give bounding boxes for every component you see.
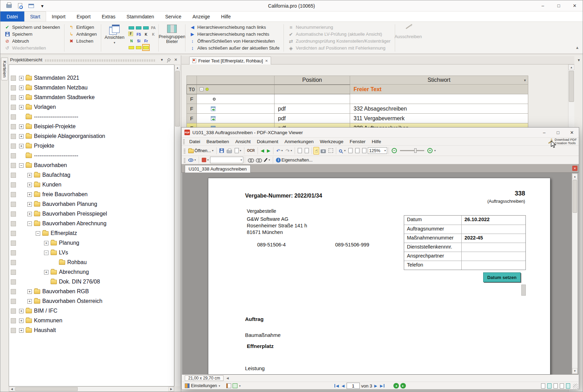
tree-item-label[interactable]: Haushalt <box>34 327 56 333</box>
row-box[interactable] <box>11 299 16 304</box>
filter-dropdown-icon[interactable]: ▼ <box>523 79 527 82</box>
expander-icon[interactable]: + <box>27 202 32 207</box>
tab-start[interactable]: Start <box>24 11 46 21</box>
row-type-cell[interactable]: F <box>186 104 197 114</box>
tree-item-label[interactable]: Kunden <box>42 182 61 188</box>
tree-item[interactable]: +BIM / IFC <box>9 306 174 316</box>
toolbar-handle[interactable] <box>183 139 185 144</box>
close-button[interactable]: ✕ <box>567 0 583 11</box>
save-button[interactable] <box>218 147 225 155</box>
tree-item-label[interactable]: Stammdaten 2021 <box>34 75 79 81</box>
row-box[interactable] <box>11 192 16 197</box>
tree-item-label[interactable]: Vorlagen <box>34 104 56 110</box>
tab-extras[interactable]: Extras <box>96 11 121 21</box>
stichwort-cell[interactable] <box>350 94 528 104</box>
row-box[interactable] <box>11 211 16 217</box>
attach-button[interactable] <box>254 156 262 164</box>
pdf-vertical-scrollbar[interactable]: ▲ ▼ <box>572 173 578 374</box>
position-cell[interactable]: pdf <box>275 114 350 123</box>
tree-item[interactable]: −Bauvorhaben Abrechnung <box>9 219 174 228</box>
pdf-menu-hilfe[interactable]: Hilfe <box>369 139 384 144</box>
tree-item-label[interactable]: Planung <box>59 240 79 246</box>
zoom-in-button[interactable]: + <box>426 147 434 155</box>
row-type-cell[interactable]: F <box>186 114 197 123</box>
stichwort-cell[interactable]: Freier Text <box>350 85 528 94</box>
zoom-slider-thumb[interactable] <box>414 148 417 153</box>
row-box[interactable] <box>11 221 16 226</box>
tab-list-dropdown-icon[interactable]: ▼ <box>576 57 582 63</box>
pdf-menu-datei[interactable]: Datei <box>186 139 203 144</box>
expander-icon[interactable]: + <box>27 299 32 304</box>
tree-item-label[interactable]: ------------------------ <box>34 153 78 159</box>
expander-icon[interactable]: + <box>19 134 24 139</box>
scroll-up-icon[interactable]: ▲ <box>175 65 180 70</box>
row-box[interactable] <box>11 270 16 275</box>
row-box[interactable] <box>11 279 16 285</box>
go-back-button[interactable]: ◀ <box>259 147 266 155</box>
speichern-und-beenden-button[interactable]: ✔Speichern und beenden <box>3 24 61 31</box>
tree-item-label[interactable]: Kommunen <box>34 317 62 324</box>
neunummerierung-button[interactable]: ≡Neunummerierung <box>287 24 392 31</box>
position-cell[interactable]: pdf <box>275 104 350 114</box>
row-box[interactable] <box>11 153 16 158</box>
tab-hilfe[interactable]: Hilfe <box>216 11 236 21</box>
tree-item[interactable]: +Bauvorhaben Preisspiegel <box>9 209 174 219</box>
tree-item[interactable]: +Haushalt <box>9 325 174 335</box>
stichwort-cell[interactable]: 332 Absageschreiben <box>350 104 528 114</box>
expander-icon[interactable]: + <box>27 289 32 294</box>
view-shortcut[interactable]: Si <box>136 38 142 44</box>
tree-item[interactable]: −Effnerplatz <box>9 228 174 238</box>
pdf-document-tab[interactable]: U101_338 Auftragsschreiben <box>185 165 251 173</box>
tree-item-label[interactable]: BIM / IFC <box>34 308 58 314</box>
hierarchiestufen-button[interactable]: ↕Öffnen/Schließen von Hierarchiestufen <box>188 38 281 44</box>
tree-item-label[interactable]: Bauvorhaben Österreich <box>42 298 102 304</box>
tree-item-label[interactable]: Bauvorhaben <box>34 162 67 168</box>
print-button[interactable] <box>225 147 233 155</box>
history-forward-icon[interactable]: ► <box>400 383 406 389</box>
zoom-out-button[interactable]: − <box>390 147 398 155</box>
expander-icon[interactable]: − <box>27 221 32 226</box>
view-shortcut[interactable] <box>128 25 134 31</box>
tree-item[interactable]: +Abrechnung <box>9 267 174 277</box>
row-box[interactable] <box>11 231 16 236</box>
last-page-icon[interactable]: ▶ <box>379 384 384 387</box>
row-box[interactable] <box>11 134 16 139</box>
fit-width-button[interactable] <box>354 147 361 155</box>
tree-item-label[interactable]: Beispiel-Projekte <box>34 123 76 130</box>
expander-icon[interactable]: + <box>27 173 32 177</box>
pdf-maximize-button[interactable]: □ <box>551 128 565 137</box>
link-button[interactable] <box>246 156 254 164</box>
scroll-left-icon[interactable]: ◀ <box>9 387 15 391</box>
scroll-up-icon[interactable]: ▲ <box>572 174 577 179</box>
pdf-minimize-button[interactable]: – <box>537 128 551 137</box>
table-row[interactable]: F pdf 332 Absageschreiben <box>186 104 528 114</box>
table-row[interactable]: T0 − Freier Text <box>186 85 528 94</box>
tree-item[interactable]: +Baufachtag <box>9 170 174 180</box>
row-box[interactable] <box>11 76 16 81</box>
go-forward-button[interactable]: ▶ <box>266 147 272 155</box>
tree-item-label[interactable]: Baufachtag <box>42 172 70 178</box>
resize-grip[interactable] <box>573 384 578 389</box>
tree-item-label[interactable]: Rohbau <box>67 259 87 265</box>
tree-item[interactable]: +Planung <box>9 238 174 248</box>
view-shortcut[interactable]: PA <box>150 25 156 31</box>
read-mode-button[interactable]: ▾ <box>187 156 197 164</box>
row-box[interactable] <box>11 124 16 129</box>
scrollbar-thumb[interactable] <box>175 71 180 127</box>
pdf-menu-anmerkungen[interactable]: Anmerkungen <box>281 139 317 144</box>
tree-item[interactable]: +Bauvorhaben Österreich <box>9 296 174 306</box>
view-shortcut[interactable]: K <box>150 32 156 37</box>
tree-item[interactable]: +Stammdaten Stadtwerke <box>9 93 174 102</box>
table-row[interactable]: F pdf 311 Vergabevermerk <box>186 114 528 123</box>
undo-button[interactable]: ↶▾ <box>275 147 284 155</box>
expander-icon[interactable]: − <box>19 163 24 168</box>
fit-visible-button[interactable] <box>361 147 368 155</box>
expander-icon[interactable]: + <box>19 328 24 333</box>
toolbar-handle[interactable] <box>184 157 185 163</box>
tree-item[interactable]: +Bauvorhaben RGB <box>9 287 174 296</box>
tree-item-label[interactable]: Bauvorhaben Preisspiegel <box>42 211 107 217</box>
open-button[interactable]: Öffnen...▾ <box>187 147 215 155</box>
position-cell[interactable] <box>275 85 350 94</box>
tab-stammdaten[interactable]: Stammdaten <box>121 11 159 21</box>
tree-item[interactable]: +Projekte <box>9 141 174 151</box>
